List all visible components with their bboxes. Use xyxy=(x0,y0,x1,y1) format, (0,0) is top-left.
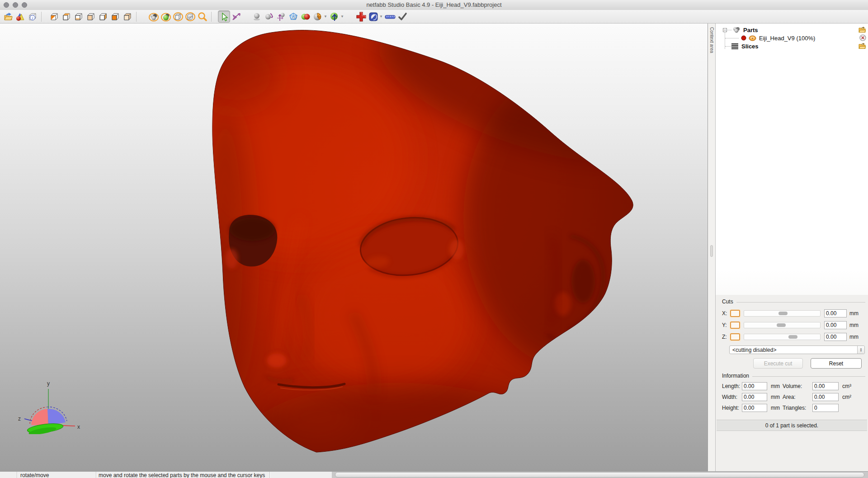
viewport-3d[interactable]: y z x xyxy=(0,24,708,471)
parts-label: Parts xyxy=(743,27,758,33)
cut-x-label: X: xyxy=(722,310,729,317)
length-field[interactable]: 0.00 xyxy=(742,382,767,390)
area-field[interactable]: 0.00 xyxy=(812,393,839,401)
move-part-icon[interactable] xyxy=(250,10,263,23)
validate-icon[interactable] xyxy=(396,10,408,23)
axis-y-label: y xyxy=(47,380,50,387)
expander-icon[interactable]: – xyxy=(723,28,727,32)
cutting-mode-dropdown[interactable]: <cutting disabled> ▲▼ xyxy=(729,345,865,354)
part-visibility-icon[interactable] xyxy=(749,35,756,41)
context-area-strip: Context area xyxy=(708,24,716,471)
zoom-icon[interactable] xyxy=(196,10,208,23)
reset-button[interactable]: Reset xyxy=(811,358,862,369)
cut-y-slider-handle[interactable] xyxy=(777,323,786,327)
cut-z-value-field[interactable]: 0.00 xyxy=(824,333,847,341)
tree-row-slices[interactable]: Slices xyxy=(716,42,868,50)
fit-view-icon[interactable] xyxy=(184,10,196,23)
view-left-icon[interactable] xyxy=(121,10,133,23)
view-right-icon[interactable] xyxy=(97,10,109,23)
view-bottom-icon[interactable] xyxy=(72,10,85,23)
part-item-label: Eiji_Head_V9 (100%) xyxy=(759,35,815,42)
slices-label: Slices xyxy=(741,43,759,50)
horizontal-scrollbar-thumb[interactable] xyxy=(335,472,864,478)
cut-row-y: Y: 0.00 mm xyxy=(722,320,859,330)
show-selected-part-icon[interactable] xyxy=(160,10,172,23)
view-top-icon[interactable] xyxy=(60,10,72,23)
length-unit: mm xyxy=(771,383,783,389)
status-cell-empty xyxy=(0,472,17,478)
view-isometric-icon[interactable] xyxy=(48,10,60,23)
cutting-mode-value: <cutting disabled> xyxy=(730,347,857,353)
cut-z-slider[interactable] xyxy=(744,334,821,340)
width-field[interactable]: 0.00 xyxy=(742,393,767,401)
status-cell-spacer xyxy=(270,472,332,478)
width-unit: mm xyxy=(771,394,783,400)
execute-cut-button[interactable]: Execute cut xyxy=(753,358,803,369)
project-info-icon[interactable]: i xyxy=(26,10,38,23)
select-tool-icon[interactable] xyxy=(218,10,230,23)
cut-tool-dropdown-caret[interactable]: ▼ xyxy=(379,14,383,19)
cut-x-slider-handle[interactable] xyxy=(778,312,788,315)
edit-mesh-icon[interactable] xyxy=(287,10,299,23)
info-row-height-triangles: Height: 0.00 mm Triangles: 0 xyxy=(722,403,839,412)
length-label: Length: xyxy=(722,383,742,389)
height-field[interactable]: 0.00 xyxy=(742,404,767,412)
horizontal-scrollbar[interactable] xyxy=(332,472,868,478)
parts-tree: – Parts xyxy=(716,24,868,78)
boolean-operation-icon[interactable] xyxy=(299,10,311,23)
cut-y-checkbox[interactable] xyxy=(729,321,741,330)
volume-unit: cm³ xyxy=(842,383,851,389)
cut-z-checkbox[interactable] xyxy=(729,333,741,341)
status-bar: rotate/move move and rotate the selected… xyxy=(0,471,868,478)
load-parts-button[interactable] xyxy=(859,26,866,33)
rotate-view-tool-icon[interactable] xyxy=(230,10,242,23)
scale-part-icon[interactable] xyxy=(275,10,287,23)
add-parts-icon[interactable] xyxy=(14,10,26,23)
slices-icon xyxy=(731,43,739,49)
width-label: Width: xyxy=(722,394,742,400)
view-front-icon[interactable] xyxy=(85,10,97,23)
height-unit: mm xyxy=(771,405,783,411)
cut-z-slider-handle[interactable] xyxy=(788,335,797,339)
show-all-parts-icon[interactable] xyxy=(147,10,160,23)
cut-y-slider[interactable] xyxy=(744,322,821,328)
cut-tool-icon[interactable]: ▼ xyxy=(367,10,384,23)
volume-field[interactable]: 0.00 xyxy=(812,382,839,390)
measure-icon[interactable] xyxy=(384,10,396,23)
open-project-icon[interactable] xyxy=(2,10,14,23)
cut-y-value-field[interactable]: 0.00 xyxy=(824,321,847,329)
view-back-icon[interactable] xyxy=(109,10,121,23)
cut-pie-icon[interactable]: ▼ xyxy=(311,10,328,23)
cut-x-checkbox[interactable] xyxy=(729,309,741,318)
context-panel: – Parts xyxy=(716,24,868,471)
rotate-part-icon[interactable] xyxy=(263,10,275,23)
cut-z-label: Z: xyxy=(722,334,729,340)
tree-row-parts[interactable]: – Parts xyxy=(716,26,868,34)
axis-x-label: x xyxy=(77,424,80,430)
remove-part-button[interactable] xyxy=(859,34,866,41)
support-structures-icon[interactable]: ▼ xyxy=(328,10,345,23)
support-dropdown-caret[interactable]: ▼ xyxy=(340,14,344,19)
volume-label: Volume: xyxy=(783,383,811,389)
cut-x-unit: mm xyxy=(849,310,859,317)
dropdown-stepper-icon[interactable]: ▲▼ xyxy=(857,346,864,354)
area-label: Area: xyxy=(783,394,811,400)
tree-row-part-eiji-head[interactable]: Eiji_Head_V9 (100%) xyxy=(716,34,868,42)
load-slices-button[interactable] xyxy=(859,43,866,49)
main-area: y z x Context area – Parts xyxy=(0,24,868,471)
info-row-width-area: Width: 0.00 mm Area: 0.00 cm² xyxy=(722,393,851,402)
area-unit: cm² xyxy=(842,394,851,400)
toolbar: i xyxy=(0,10,868,24)
cut-x-slider[interactable] xyxy=(744,310,821,317)
cut-row-z: Z: 0.00 mm xyxy=(722,332,859,342)
cut-pie-dropdown-caret[interactable]: ▼ xyxy=(324,14,327,19)
cut-row-x: X: 0.00 mm xyxy=(722,308,859,318)
cut-x-value-field[interactable]: 0.00 xyxy=(824,309,847,317)
triangles-field[interactable]: 0 xyxy=(812,404,839,412)
repair-part-icon[interactable] xyxy=(355,10,367,23)
panel-splitter-grip[interactable] xyxy=(710,245,713,257)
axis-z-label: z xyxy=(18,416,21,422)
information-section-title: Information xyxy=(722,373,865,379)
status-mode: rotate/move xyxy=(17,472,96,478)
show-platform-icon[interactable] xyxy=(172,10,184,23)
